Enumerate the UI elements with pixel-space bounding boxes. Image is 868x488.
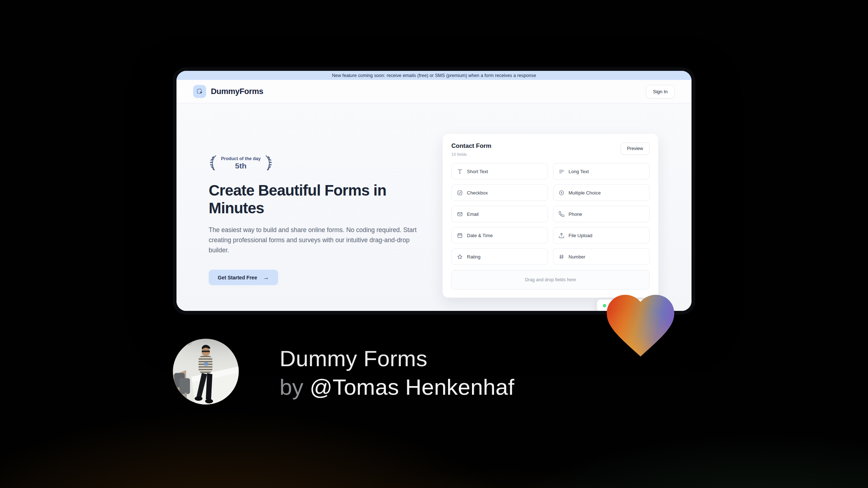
hero-left-column: Product of the day 5th bbox=[209, 155, 420, 285]
star-icon bbox=[457, 254, 463, 260]
field-email[interactable]: Email bbox=[451, 206, 548, 222]
avatar-photo bbox=[173, 339, 239, 404]
caption: Dummy Forms by @Tomas Henkenhaf bbox=[280, 344, 514, 401]
product-of-the-day-badge: Product of the day 5th bbox=[209, 155, 273, 171]
calendar-icon bbox=[457, 232, 463, 239]
app-viewport: New feature coming soon: receive emails … bbox=[176, 71, 692, 311]
field-short-text[interactable]: Short Text bbox=[451, 163, 548, 180]
checkbox-icon bbox=[457, 190, 463, 196]
field-phone[interactable]: Phone bbox=[553, 206, 650, 222]
field-multiple-choice[interactable]: Multiple Choice bbox=[553, 184, 650, 201]
cta-label: Get Started Free bbox=[218, 275, 257, 281]
field-checkbox[interactable]: Checkbox bbox=[451, 184, 548, 201]
field-file-upload[interactable]: File Upload bbox=[553, 227, 650, 244]
byline-prefix: by bbox=[280, 374, 303, 399]
heart-gradient-icon bbox=[605, 293, 676, 359]
hero-description: The easiest way to build and share onlin… bbox=[209, 225, 418, 255]
brand-logo[interactable]: DummyForms bbox=[193, 85, 263, 98]
hero-section: Product of the day 5th bbox=[176, 103, 692, 311]
dummyforms-logo-icon bbox=[193, 85, 206, 98]
hash-icon bbox=[558, 254, 565, 260]
field-rating[interactable]: Rating bbox=[451, 248, 548, 265]
browser-window: New feature coming soon: receive emails … bbox=[173, 67, 695, 314]
long-text-icon bbox=[558, 168, 565, 175]
badge-label: Product of the day bbox=[221, 156, 261, 161]
sign-in-button[interactable]: Sign In bbox=[646, 85, 675, 98]
top-nav: DummyForms Sign In bbox=[176, 80, 692, 103]
field-palette: Short Text Long Text Checkbox Multiple C… bbox=[451, 163, 650, 265]
preview-button[interactable]: Preview bbox=[621, 142, 650, 155]
caption-byline: by @Tomas Henkenhaf bbox=[280, 373, 514, 401]
announcement-banner: New feature coming soon: receive emails … bbox=[176, 71, 692, 80]
avatar bbox=[173, 339, 239, 404]
badge-rank: 5th bbox=[221, 162, 261, 170]
brand-name: DummyForms bbox=[211, 87, 263, 96]
announcement-text: New feature coming soon: receive emails … bbox=[332, 73, 536, 78]
form-title: Contact Form bbox=[451, 142, 492, 150]
form-builder-card: Contact Form 10 fields Preview Short Tex… bbox=[442, 133, 659, 298]
multiple-choice-icon bbox=[558, 190, 565, 196]
upload-icon bbox=[558, 232, 565, 239]
dropzone-text: Drag and drop fields here bbox=[525, 277, 576, 282]
field-count: 10 fields bbox=[451, 152, 492, 157]
field-date-time[interactable]: Date & Time bbox=[451, 227, 548, 244]
short-text-icon bbox=[457, 168, 463, 175]
dropzone[interactable]: Drag and drop fields here bbox=[451, 270, 650, 290]
get-started-button[interactable]: Get Started Free → bbox=[209, 270, 278, 285]
caption-title: Dummy Forms bbox=[280, 344, 514, 373]
phone-icon bbox=[558, 211, 565, 217]
arrow-right-icon: → bbox=[263, 274, 269, 281]
email-icon bbox=[457, 211, 463, 217]
byline-name: @Tomas Henkenhaf bbox=[310, 374, 514, 399]
laurel-right-icon bbox=[264, 155, 273, 171]
field-long-text[interactable]: Long Text bbox=[553, 163, 650, 180]
hero-title: Create Beautiful Forms in Minutes bbox=[209, 181, 406, 217]
field-number[interactable]: Number bbox=[553, 248, 650, 265]
laurel-left-icon bbox=[209, 155, 218, 171]
